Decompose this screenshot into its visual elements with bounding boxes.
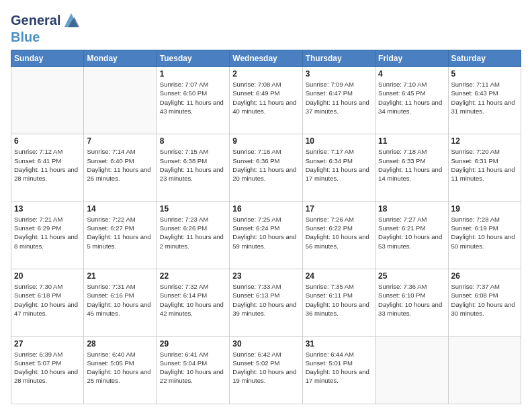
calendar-cell: 30Sunrise: 6:42 AMSunset: 5:02 PMDayligh… — [230, 336, 302, 404]
day-info: Sunrise: 7:08 AMSunset: 6:49 PMDaylight:… — [232, 80, 299, 116]
calendar-cell: 8Sunrise: 7:15 AMSunset: 6:38 PMDaylight… — [157, 134, 229, 201]
day-info: Sunrise: 6:40 AMSunset: 5:05 PMDaylight:… — [87, 350, 153, 385]
calendar-table: SundayMondayTuesdayWednesdayThursdayFrid… — [11, 50, 521, 404]
day-number: 22 — [160, 271, 226, 281]
calendar-cell: 31Sunrise: 6:44 AMSunset: 5:01 PMDayligh… — [302, 336, 375, 404]
day-info: Sunrise: 7:36 AMSunset: 6:10 PMDaylight:… — [378, 282, 445, 318]
page: General Blue SundayMondayTuesdayWednesda… — [0, 0, 532, 411]
calendar-cell: 7Sunrise: 7:14 AMSunset: 6:40 PMDaylight… — [84, 134, 157, 201]
day-number: 19 — [451, 204, 518, 214]
calendar-cell: 26Sunrise: 7:37 AMSunset: 6:08 PMDayligh… — [448, 269, 521, 336]
calendar-cell: 6Sunrise: 7:12 AMSunset: 6:41 PMDaylight… — [11, 134, 84, 201]
day-info: Sunrise: 7:11 AMSunset: 6:43 PMDaylight:… — [451, 80, 518, 116]
day-number: 18 — [378, 204, 445, 214]
calendar-cell: 3Sunrise: 7:09 AMSunset: 6:47 PMDaylight… — [302, 67, 375, 134]
day-info: Sunrise: 7:32 AMSunset: 6:14 PMDaylight:… — [160, 282, 226, 318]
day-info: Sunrise: 7:21 AMSunset: 6:29 PMDaylight:… — [14, 215, 81, 250]
calendar-cell: 10Sunrise: 7:17 AMSunset: 6:34 PMDayligh… — [302, 134, 375, 201]
day-info: Sunrise: 7:18 AMSunset: 6:33 PMDaylight:… — [378, 147, 445, 183]
day-number: 8 — [160, 136, 226, 146]
calendar-cell: 4Sunrise: 7:10 AMSunset: 6:45 PMDaylight… — [375, 67, 448, 134]
column-header-monday: Monday — [84, 50, 157, 67]
day-number: 12 — [451, 136, 518, 146]
day-info: Sunrise: 7:33 AMSunset: 6:13 PMDaylight:… — [232, 282, 299, 318]
day-info: Sunrise: 7:12 AMSunset: 6:41 PMDaylight:… — [14, 147, 81, 183]
calendar-week-2: 13Sunrise: 7:21 AMSunset: 6:29 PMDayligh… — [11, 201, 521, 269]
logo-text: General — [11, 13, 60, 28]
day-number: 4 — [378, 69, 445, 79]
day-info: Sunrise: 7:10 AMSunset: 6:45 PMDaylight:… — [378, 80, 445, 116]
calendar-week-4: 27Sunrise: 6:39 AMSunset: 5:07 PMDayligh… — [11, 336, 521, 404]
day-info: Sunrise: 6:41 AMSunset: 5:04 PMDaylight:… — [160, 350, 226, 385]
day-number: 25 — [378, 271, 445, 281]
day-number: 11 — [378, 136, 445, 146]
day-number: 30 — [232, 339, 299, 349]
day-number: 3 — [306, 69, 372, 79]
calendar-cell: 24Sunrise: 7:35 AMSunset: 6:11 PMDayligh… — [302, 269, 375, 336]
day-info: Sunrise: 6:39 AMSunset: 5:07 PMDaylight:… — [14, 350, 81, 385]
header: General Blue — [11, 11, 521, 44]
day-info: Sunrise: 7:16 AMSunset: 6:36 PMDaylight:… — [232, 147, 299, 183]
calendar-cell: 20Sunrise: 7:30 AMSunset: 6:18 PMDayligh… — [11, 269, 84, 336]
calendar-cell: 16Sunrise: 7:25 AMSunset: 6:24 PMDayligh… — [230, 201, 302, 269]
calendar-week-1: 6Sunrise: 7:12 AMSunset: 6:41 PMDaylight… — [11, 134, 521, 201]
calendar-week-3: 20Sunrise: 7:30 AMSunset: 6:18 PMDayligh… — [11, 269, 521, 336]
calendar-cell: 9Sunrise: 7:16 AMSunset: 6:36 PMDaylight… — [230, 134, 302, 201]
day-info: Sunrise: 7:35 AMSunset: 6:11 PMDaylight:… — [306, 282, 372, 318]
day-number: 5 — [451, 69, 518, 79]
day-number: 26 — [451, 271, 518, 281]
logo-blue: Blue — [11, 30, 40, 44]
day-number: 15 — [160, 204, 226, 214]
calendar-cell: 1Sunrise: 7:07 AMSunset: 6:50 PMDaylight… — [157, 67, 229, 134]
logo-icon — [62, 11, 81, 30]
logo: General Blue — [11, 11, 81, 44]
day-number: 2 — [232, 69, 299, 79]
day-info: Sunrise: 7:25 AMSunset: 6:24 PMDaylight:… — [232, 215, 299, 250]
column-header-thursday: Thursday — [302, 50, 375, 67]
calendar-header-row: SundayMondayTuesdayWednesdayThursdayFrid… — [11, 50, 521, 67]
calendar-cell: 22Sunrise: 7:32 AMSunset: 6:14 PMDayligh… — [157, 269, 229, 336]
calendar-cell: 28Sunrise: 6:40 AMSunset: 5:05 PMDayligh… — [84, 336, 157, 404]
day-number: 23 — [232, 271, 299, 281]
day-number: 21 — [87, 271, 153, 281]
day-info: Sunrise: 7:15 AMSunset: 6:38 PMDaylight:… — [160, 147, 226, 183]
column-header-wednesday: Wednesday — [230, 50, 302, 67]
calendar-cell: 11Sunrise: 7:18 AMSunset: 6:33 PMDayligh… — [375, 134, 448, 201]
calendar-cell: 18Sunrise: 7:27 AMSunset: 6:21 PMDayligh… — [375, 201, 448, 269]
day-number: 13 — [14, 204, 81, 214]
day-number: 9 — [232, 136, 299, 146]
calendar-cell: 27Sunrise: 6:39 AMSunset: 5:07 PMDayligh… — [11, 336, 84, 404]
calendar-cell: 19Sunrise: 7:28 AMSunset: 6:19 PMDayligh… — [448, 201, 521, 269]
calendar-cell: 14Sunrise: 7:22 AMSunset: 6:27 PMDayligh… — [84, 201, 157, 269]
calendar-cell: 23Sunrise: 7:33 AMSunset: 6:13 PMDayligh… — [230, 269, 302, 336]
calendar-cell: 29Sunrise: 6:41 AMSunset: 5:04 PMDayligh… — [157, 336, 229, 404]
day-number: 17 — [306, 204, 372, 214]
calendar-cell: 25Sunrise: 7:36 AMSunset: 6:10 PMDayligh… — [375, 269, 448, 336]
column-header-tuesday: Tuesday — [157, 50, 229, 67]
calendar-cell — [11, 67, 84, 134]
day-number: 24 — [306, 271, 372, 281]
day-info: Sunrise: 7:09 AMSunset: 6:47 PMDaylight:… — [306, 80, 372, 116]
calendar-cell — [375, 336, 448, 404]
day-number: 20 — [14, 271, 81, 281]
day-info: Sunrise: 7:23 AMSunset: 6:26 PMDaylight:… — [160, 215, 226, 250]
day-number: 10 — [306, 136, 372, 146]
day-info: Sunrise: 7:30 AMSunset: 6:18 PMDaylight:… — [14, 282, 81, 318]
day-number: 16 — [232, 204, 299, 214]
calendar-cell: 15Sunrise: 7:23 AMSunset: 6:26 PMDayligh… — [157, 201, 229, 269]
day-info: Sunrise: 7:27 AMSunset: 6:21 PMDaylight:… — [378, 215, 445, 250]
day-info: Sunrise: 7:22 AMSunset: 6:27 PMDaylight:… — [87, 215, 153, 250]
column-header-friday: Friday — [375, 50, 448, 67]
calendar-cell: 13Sunrise: 7:21 AMSunset: 6:29 PMDayligh… — [11, 201, 84, 269]
calendar-cell: 5Sunrise: 7:11 AMSunset: 6:43 PMDaylight… — [448, 67, 521, 134]
day-info: Sunrise: 7:28 AMSunset: 6:19 PMDaylight:… — [451, 215, 518, 250]
day-info: Sunrise: 7:14 AMSunset: 6:40 PMDaylight:… — [87, 147, 153, 183]
calendar-cell — [84, 67, 157, 134]
calendar-cell: 2Sunrise: 7:08 AMSunset: 6:49 PMDaylight… — [230, 67, 302, 134]
calendar-cell: 21Sunrise: 7:31 AMSunset: 6:16 PMDayligh… — [84, 269, 157, 336]
calendar-cell: 12Sunrise: 7:20 AMSunset: 6:31 PMDayligh… — [448, 134, 521, 201]
day-number: 6 — [14, 136, 81, 146]
day-info: Sunrise: 7:17 AMSunset: 6:34 PMDaylight:… — [306, 147, 372, 183]
column-header-sunday: Sunday — [11, 50, 84, 67]
day-number: 31 — [306, 339, 372, 349]
